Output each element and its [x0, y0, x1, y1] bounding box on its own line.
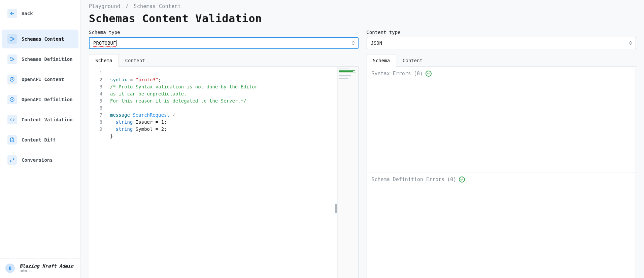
code-icon — [7, 115, 17, 124]
tab-content-left[interactable]: Content — [119, 54, 151, 67]
arrow-left-icon — [7, 9, 17, 18]
sidebar: Back Schemas ContentSchemas DefinitionOp… — [0, 0, 81, 278]
swap-icon — [7, 155, 17, 165]
nodes-icon — [7, 54, 17, 64]
breadcrumb-root[interactable]: Playground — [89, 3, 120, 9]
right-tabs: Schema Content — [367, 54, 636, 67]
sidebar-back-label: Back — [22, 11, 33, 16]
syntax-errors-header: Syntax Errors (0) — [367, 67, 636, 81]
sidebar-item-label: OpenAPI Definition — [22, 97, 73, 102]
main: Playground / Schemas Content Schemas Con… — [81, 0, 644, 278]
breadcrumb: Playground / Schemas Content — [89, 3, 636, 9]
left-panel: Schema type PROTOBUF Schema Content 1234… — [89, 30, 359, 278]
svg-point-10 — [12, 99, 12, 100]
schema-type-label: Schema type — [89, 30, 359, 35]
check-circle-icon — [426, 71, 432, 77]
chevron-updown-icon — [351, 41, 355, 45]
sidebar-item-openapi-content[interactable]: OpenAPI Content — [2, 70, 78, 89]
line-gutter: 123456789 — [89, 67, 107, 278]
sidebar-footer: B Blazing Kraft Admin admin — [0, 258, 80, 278]
schema-type-select[interactable]: PROTOBUF — [89, 37, 359, 49]
sidebar-item-label: Content Validation — [22, 117, 73, 122]
avatar: B — [5, 264, 15, 273]
page-title: Schemas Content Validation — [89, 12, 636, 25]
user-name: Blazing Kraft Admin — [20, 263, 73, 269]
definition-errors-header: Schema Definition Errors (0) — [367, 172, 636, 187]
sidebar-item-schemas-content[interactable]: Schemas Content — [2, 30, 78, 48]
sidebar-item-label: Content Diff — [22, 137, 56, 143]
sidebar-item-label: Schemas Content — [22, 36, 64, 42]
sidebar-item-openapi-definition[interactable]: OpenAPI Definition — [2, 90, 78, 109]
content-type-label: Content type — [367, 30, 636, 35]
check-circle-icon — [459, 176, 465, 183]
gauge-icon — [7, 75, 17, 84]
sidebar-back[interactable]: Back — [2, 4, 78, 23]
sidebar-item-conversions[interactable]: Conversions — [2, 151, 78, 169]
svg-point-6 — [13, 59, 14, 60]
nodes-icon — [7, 34, 17, 44]
schema-type-value: PROTOBUF — [93, 40, 116, 46]
content-type-value: JSON — [371, 40, 382, 46]
code-editor[interactable]: 123456789 syntax = "proto3"; /* Proto Sy… — [89, 67, 359, 278]
right-panel: Content type JSON Schema Content Syntax … — [367, 30, 636, 278]
editor-scrollbar[interactable] — [335, 67, 337, 278]
sidebar-item-label: OpenAPI Content — [22, 77, 64, 82]
minimap[interactable] — [337, 67, 358, 278]
left-tabs: Schema Content — [89, 54, 359, 67]
tab-schema-left[interactable]: Schema — [89, 54, 119, 67]
sidebar-item-schemas-definition[interactable]: Schemas Definition — [2, 50, 78, 69]
sidebar-item-label: Schemas Definition — [22, 56, 73, 62]
sidebar-item-content-validation[interactable]: Content Validation — [2, 110, 78, 129]
sidebar-item-label: Conversions — [22, 157, 53, 163]
breadcrumb-page[interactable]: Schemas Content — [134, 3, 181, 9]
tab-schema-right[interactable]: Schema — [367, 54, 397, 67]
code-content[interactable]: syntax = "proto3"; /* Proto Syntax valid… — [107, 67, 337, 278]
svg-point-8 — [12, 79, 12, 80]
content-type-select[interactable]: JSON — [367, 37, 636, 49]
user-role: admin — [20, 269, 73, 273]
tab-content-right[interactable]: Content — [396, 54, 429, 67]
chevron-updown-icon — [629, 41, 632, 45]
svg-point-3 — [13, 39, 14, 40]
gauge-icon — [7, 95, 17, 104]
sidebar-item-content-diff[interactable]: Content Diff — [2, 130, 78, 149]
file-icon — [7, 135, 17, 145]
errors-panel: Syntax Errors (0) Schema Definition Erro… — [367, 67, 636, 278]
